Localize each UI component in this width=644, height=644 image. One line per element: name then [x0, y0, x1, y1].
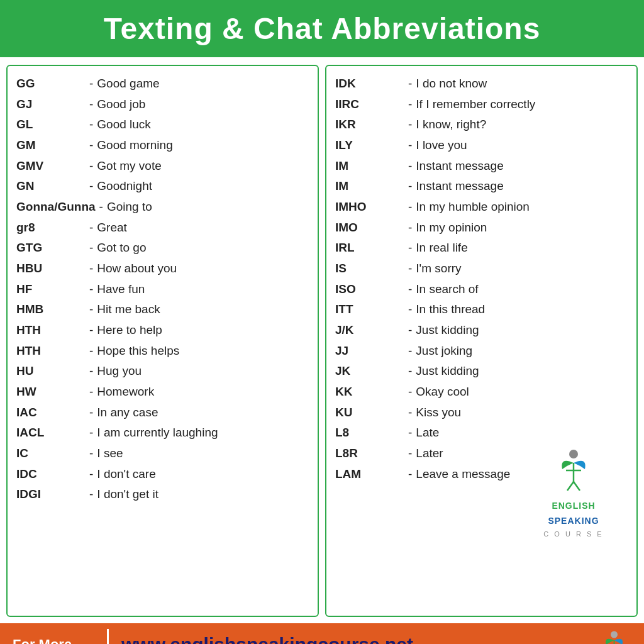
- abbr-def: I love you: [416, 135, 467, 156]
- abbr-def: I am currently laughing: [97, 423, 218, 443]
- list-item: gr8 - Great: [16, 218, 309, 238]
- list-item: IDC - I don't care: [16, 464, 309, 485]
- list-item: IDGI - I don't get it: [16, 484, 309, 505]
- abbr-dash: -: [408, 423, 412, 443]
- abbr-key: KK: [335, 382, 404, 402]
- abbr-key: IS: [335, 258, 404, 279]
- abbr-def: In search of: [416, 279, 478, 300]
- abbr-dash: -: [89, 114, 93, 135]
- list-item: IMO - In my opinion: [335, 218, 628, 238]
- abbr-key: LAM: [335, 464, 404, 485]
- abbr-key: HMB: [16, 299, 86, 320]
- list-item: J/K - Just kidding: [335, 320, 628, 341]
- abbr-dash: -: [408, 341, 412, 362]
- abbr-dash: -: [89, 238, 93, 258]
- logo-leg-right: [574, 482, 580, 491]
- list-item: KU - Kiss you: [335, 402, 628, 423]
- footer: For More www.englishspeakingcourse.net: [0, 623, 644, 644]
- logo-leg-left: [567, 482, 574, 491]
- list-item: HTH - Hope this helps: [16, 341, 309, 362]
- list-item: HTH - Here to help: [16, 320, 309, 341]
- abbr-def: Got my vote: [97, 156, 161, 177]
- list-item: IM - Instant message: [335, 156, 628, 177]
- abbr-key: GMV: [16, 156, 86, 177]
- list-item: IC - I see: [16, 443, 309, 464]
- abbr-def: Going to: [107, 197, 152, 218]
- footer-for-more-label: For More: [13, 636, 94, 644]
- list-item: JJ - Just joking: [335, 341, 628, 362]
- abbr-dash: -: [408, 320, 412, 341]
- abbr-def: In any case: [97, 402, 158, 423]
- list-item: IAC - In any case: [16, 402, 309, 423]
- abbr-dash: -: [89, 423, 93, 443]
- logo-course-text: C O U R S E: [523, 528, 624, 540]
- abbr-dash: -: [89, 176, 93, 197]
- abbr-def: I do not know: [416, 74, 487, 94]
- list-item: IKR - I know, right?: [335, 114, 628, 135]
- abbr-dash: -: [89, 74, 93, 94]
- abbr-def: In this thread: [416, 299, 485, 320]
- list-item: HW - Homework: [16, 382, 309, 402]
- abbr-key: IMO: [335, 218, 404, 238]
- abbr-dash: -: [408, 74, 412, 94]
- footer-logo-icon: [597, 628, 631, 645]
- list-item: GMV - Got my vote: [16, 156, 309, 177]
- abbr-def: Homework: [97, 382, 154, 402]
- abbr-def: Okay cool: [416, 382, 469, 402]
- abbr-def: Hit me back: [97, 299, 160, 320]
- abbr-dash: -: [408, 258, 412, 279]
- logo-area: ENGLISH SPEAKING C O U R S E: [523, 445, 624, 540]
- list-item: HU - Hug you: [16, 361, 309, 382]
- list-item: IM - Instant message: [335, 176, 628, 197]
- list-item: L8 - Late: [335, 423, 628, 443]
- abbr-def: I don't care: [97, 464, 155, 485]
- abbr-key: ITT: [335, 299, 404, 320]
- abbr-dash: -: [408, 218, 412, 238]
- list-item: HF - Have fun: [16, 279, 309, 300]
- abbr-key: IRL: [335, 238, 404, 258]
- abbr-def: Hug you: [97, 361, 142, 382]
- logo-leaf-right: [574, 461, 586, 469]
- abbr-key: GM: [16, 135, 86, 156]
- abbr-dash: -: [89, 94, 93, 115]
- abbr-dash: -: [89, 299, 93, 320]
- svg-point-0: [611, 631, 618, 638]
- list-item: IRL - In real life: [335, 238, 628, 258]
- right-column: IDK - I do not knowIIRC - If I remember …: [325, 65, 638, 617]
- abbr-key: KU: [335, 402, 404, 423]
- abbr-dash: -: [89, 382, 93, 402]
- abbr-dash: -: [408, 299, 412, 320]
- abbr-key: IIRC: [335, 94, 404, 115]
- abbr-def: Later: [416, 443, 443, 464]
- abbr-key: GN: [16, 176, 86, 197]
- abbr-key: HW: [16, 382, 86, 402]
- list-item: GJ - Good job: [16, 94, 309, 115]
- abbr-key: J/K: [335, 320, 404, 341]
- abbr-def: I know, right?: [416, 114, 486, 135]
- abbr-def: In my humble opinion: [416, 197, 530, 218]
- abbr-key: GTG: [16, 238, 86, 258]
- abbr-key: ISO: [335, 279, 404, 300]
- abbr-key: IDGI: [16, 484, 86, 505]
- abbr-key: HBU: [16, 258, 86, 279]
- abbr-def: Great: [97, 218, 127, 238]
- abbr-dash: -: [89, 484, 93, 505]
- list-item: KK - Okay cool: [335, 382, 628, 402]
- abbr-key: IMHO: [335, 197, 404, 218]
- abbr-key: HF: [16, 279, 86, 300]
- abbr-key: ILY: [335, 135, 404, 156]
- abbr-dash: -: [89, 135, 93, 156]
- list-item: ITT - In this thread: [335, 299, 628, 320]
- list-item: HMB - Hit me back: [16, 299, 309, 320]
- logo-icon: [548, 445, 599, 496]
- abbr-dash: -: [408, 156, 412, 177]
- abbr-dash: -: [408, 176, 412, 197]
- abbr-def: Just joking: [416, 341, 472, 362]
- abbr-dash: -: [89, 218, 93, 238]
- abbr-key: GJ: [16, 94, 86, 115]
- list-item: ISO - In search of: [335, 279, 628, 300]
- abbr-key: IDC: [16, 464, 86, 485]
- list-item: IMHO - In my humble opinion: [335, 197, 628, 218]
- abbr-dash: -: [89, 341, 93, 362]
- list-item: GL - Good luck: [16, 114, 309, 135]
